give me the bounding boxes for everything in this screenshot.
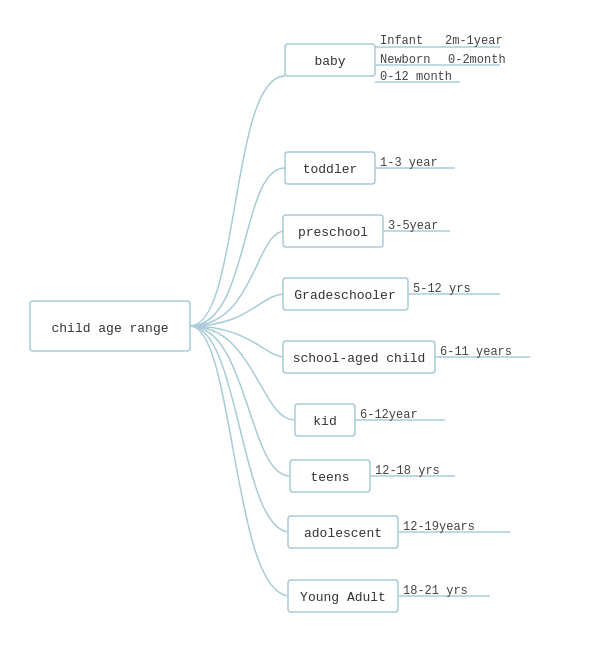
baby-infant-label: Infant <box>380 34 423 48</box>
baby-newborn-range: 0-2month <box>448 53 506 67</box>
young-adult-label: Young Adult <box>300 590 386 605</box>
preschool-range: 3-5year <box>388 219 438 233</box>
adolescent-label: adolescent <box>304 526 382 541</box>
gradeschooler-range: 5-12 yrs <box>413 282 471 296</box>
baby-infant-range: 2m-1year <box>445 34 503 48</box>
baby-month-range: 0-12 month <box>380 70 452 84</box>
toddler-range: 1-3 year <box>380 156 438 170</box>
kid-label: kid <box>313 414 336 429</box>
teens-label: teens <box>310 470 349 485</box>
school-aged-range: 6-11 years <box>440 345 512 359</box>
preschool-label: preschool <box>298 225 368 240</box>
baby-label: baby <box>314 54 345 69</box>
school-aged-label: school-aged child <box>293 351 426 366</box>
kid-range: 6-12year <box>360 408 418 422</box>
young-adult-range: 18-21 yrs <box>403 584 468 598</box>
teens-range: 12-18 yrs <box>375 464 440 478</box>
gradeschooler-label: Gradeschooler <box>294 288 395 303</box>
toddler-label: toddler <box>303 162 358 177</box>
adolescent-range: 12-19years <box>403 520 475 534</box>
baby-newborn-label: Newborn <box>380 53 430 67</box>
root-label: child age range <box>51 321 168 336</box>
